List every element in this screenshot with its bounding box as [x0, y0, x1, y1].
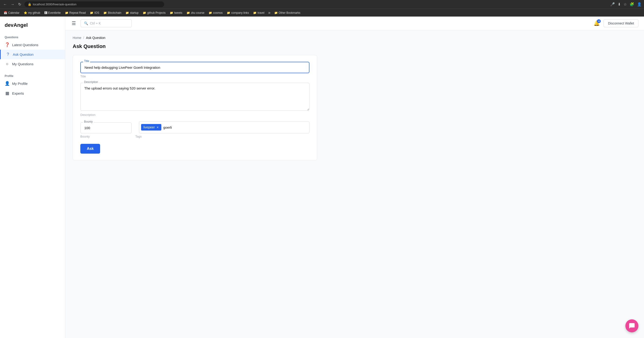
bookmark-company-links[interactable]: 📁 company links — [225, 11, 251, 15]
topbar-right: 🔔 4 Disconnect Wallet — [594, 19, 638, 27]
mic-icon[interactable]: 🎤 — [610, 2, 615, 7]
experts-icon: ▦ — [5, 91, 10, 96]
bookmark-company-links-label: company links — [231, 11, 249, 15]
sidebar-item-my-profile[interactable]: 👤 My Profile — [0, 79, 65, 88]
tags-input[interactable] — [161, 124, 307, 131]
breadcrumb-separator: / — [83, 36, 84, 40]
title-input[interactable] — [80, 62, 310, 73]
my-questions-icon: ○ — [5, 62, 10, 66]
address-bar[interactable]: 🔒 localhost:3000/free/ask-question — [24, 2, 164, 7]
browser-actions: 🎤 ⬇ ☆ 🧩 👤 — [610, 2, 642, 7]
chat-fab-button[interactable] — [625, 319, 638, 332]
bookmark-github-projects[interactable]: 📁 github Projects — [141, 11, 168, 15]
description-input[interactable] — [80, 83, 310, 111]
eventbrite-icon: 🅴 — [44, 11, 47, 15]
sidebar-item-ask-question[interactable]: ? Ask Question — [0, 50, 65, 59]
calendar-icon: 📅 — [4, 11, 7, 15]
tags-input-wrapper[interactable]: livepeer × — [139, 121, 310, 133]
disconnect-wallet-button[interactable]: Disconnect Wallet — [604, 19, 638, 27]
tag-chip-livepeer: livepeer × — [141, 124, 161, 130]
sidebar-label-my-profile: My Profile — [12, 82, 28, 86]
bookmark-blockchain[interactable]: 📁 Blockchain — [102, 11, 123, 15]
ask-button[interactable]: Ask — [80, 144, 100, 154]
bookmark-travel[interactable]: 📁 travel — [251, 11, 266, 15]
bookmark-zku-label: zku course — [191, 11, 204, 15]
sidebar-item-latest-questions[interactable]: ❓ Latest Questions — [0, 40, 65, 50]
breadcrumb-home[interactable]: Home — [73, 36, 81, 40]
description-label: Description — [83, 80, 99, 84]
profile-icon[interactable]: 👤 — [636, 2, 642, 7]
bookmark-ios-label: IOS — [94, 11, 99, 15]
back-button[interactable]: ← — [2, 2, 8, 7]
sidebar-item-my-questions[interactable]: ○ My Questions — [0, 59, 65, 69]
star-bookmark-icon: ⭐ — [24, 11, 27, 15]
bookmark-github-projects-label: github Projects — [147, 11, 166, 15]
bookmark-startup[interactable]: 📁 startup — [124, 11, 140, 15]
chat-icon — [629, 323, 635, 329]
extensions-icon[interactable]: 🧩 — [629, 2, 635, 7]
title-field-group: Title Title — [80, 62, 310, 78]
folder-icon-10: 📁 — [253, 11, 256, 15]
star-icon[interactable]: ☆ — [623, 2, 627, 7]
bookmark-cosmos-label: cosmos — [213, 11, 222, 15]
bookmark-other[interactable]: 📁 Other Bookmarks — [272, 11, 302, 15]
bookmark-zku[interactable]: 📁 zku course — [185, 11, 206, 15]
download-icon[interactable]: ⬇ — [617, 2, 621, 7]
description-field-group: Description Description — [80, 83, 310, 117]
folder-other-icon: 📁 — [274, 11, 278, 15]
bookmark-tweets[interactable]: 📁 tweets — [168, 11, 184, 15]
bookmark-other-label: Other Bookmarks — [279, 11, 300, 15]
profile-person-icon: 👤 — [5, 81, 10, 86]
refresh-button[interactable]: ↻ — [17, 2, 22, 7]
main-content: ☰ 🔍 Ctrl + K 🔔 4 Disconnect Wallet Home … — [65, 17, 644, 338]
bookmark-repeat-read[interactable]: 📁 Repeat Read — [63, 11, 88, 15]
folder-icon-2: 📁 — [90, 11, 93, 15]
breadcrumb: Home / Ask Question — [73, 36, 636, 40]
folder-icon-9: 📁 — [227, 11, 230, 15]
ask-icon: ? — [5, 52, 10, 57]
app-logo: devAngel — [0, 20, 65, 34]
bookmark-tweets-label: tweets — [174, 11, 182, 15]
title-field-wrapper: Title — [80, 62, 310, 73]
sidebar-section-questions: Questions — [0, 34, 65, 40]
description-field-wrapper: Description — [80, 83, 310, 112]
bookmark-github-label: my github — [28, 11, 40, 15]
sidebar-label-my-questions: My Questions — [12, 62, 34, 66]
menu-toggle-button[interactable]: ☰ — [71, 20, 77, 27]
search-box[interactable]: 🔍 Ctrl + K — [80, 19, 132, 27]
folder-icon-5: 📁 — [143, 11, 146, 15]
browser-toolbar: ← → ↻ 🔒 localhost:3000/free/ask-question… — [0, 0, 644, 9]
bounty-label: Bounty — [83, 120, 94, 123]
bottom-fields-row: Bounty Bounty livepeer × — [80, 121, 310, 138]
more-bookmarks-button[interactable]: » — [267, 10, 272, 16]
sidebar-item-experts[interactable]: ▦ Experts — [0, 88, 65, 98]
bounty-static-label: Bounty — [80, 135, 132, 138]
forward-button[interactable]: → — [9, 2, 16, 7]
breadcrumb-current: Ask Question — [86, 36, 105, 40]
bookmark-ios[interactable]: 📁 IOS — [88, 11, 101, 15]
bookmark-calendar[interactable]: 📅 Calendar — [2, 11, 22, 15]
title-static-label: Title — [80, 75, 310, 78]
folder-icon-7: 📁 — [186, 11, 190, 15]
notification-button[interactable]: 🔔 4 — [594, 20, 600, 26]
topbar: ☰ 🔍 Ctrl + K 🔔 4 Disconnect Wallet — [65, 17, 644, 30]
bookmark-repeat-read-label: Repeat Read — [70, 11, 86, 15]
bookmark-travel-label: travel — [258, 11, 264, 15]
question-icon: ❓ — [5, 42, 10, 47]
notification-badge: 4 — [597, 19, 601, 23]
description-static-label: Description — [80, 113, 310, 117]
url-text: localhost:3000/free/ask-question — [33, 3, 76, 6]
bookmark-calendar-label: Calendar — [8, 11, 20, 15]
folder-icon-4: 📁 — [126, 11, 129, 15]
bookmark-eventbrite[interactable]: 🅴 Eventbrite — [42, 11, 63, 15]
search-placeholder: Ctrl + K — [90, 22, 101, 25]
app-container: devAngel Questions ❓ Latest Questions ? … — [0, 17, 644, 338]
bookmark-cosmos[interactable]: 📁 cosmos — [207, 11, 224, 15]
bounty-field-group: Bounty Bounty — [80, 122, 132, 138]
bookmark-eventbrite-label: Eventbrite — [48, 11, 61, 15]
bounty-input[interactable] — [80, 122, 132, 133]
folder-icon-3: 📁 — [104, 11, 107, 15]
search-icon: 🔍 — [84, 22, 88, 25]
tag-chip-remove-button[interactable]: × — [156, 126, 159, 129]
bookmark-github[interactable]: ⭐ my github — [22, 11, 42, 15]
